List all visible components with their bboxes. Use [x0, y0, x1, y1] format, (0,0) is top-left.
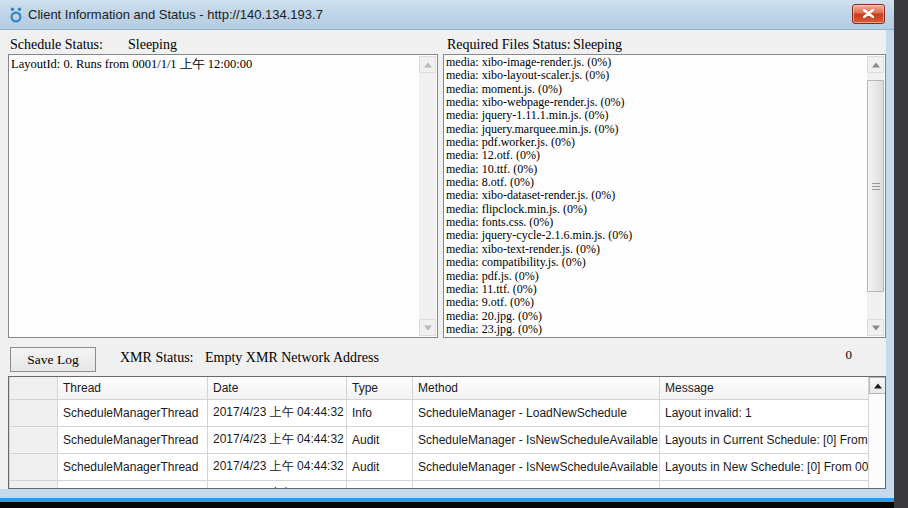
- log-table: ThreadDateTypeMethodMessage ScheduleMana…: [9, 377, 869, 489]
- close-button[interactable]: [852, 4, 885, 24]
- screen: Client Information and Status - http://1…: [0, 0, 908, 508]
- close-icon: [863, 9, 874, 18]
- row-selector-cell[interactable]: [10, 399, 58, 426]
- table-cell: Layouts in Current Schedule: [0] From 0: [660, 426, 869, 453]
- window-title: Client Information and Status - http://1…: [28, 7, 323, 22]
- media-line: media: xibo-image-render.js. (0%): [446, 56, 867, 69]
- window-border-right: [886, 30, 894, 502]
- table-cell: Info: [347, 399, 413, 426]
- xmr-status-label: XMR Status:: [120, 350, 194, 366]
- xibo-logo-icon: [7, 6, 25, 24]
- table-cell: 2017/4/23 上午 04:44:38: [208, 480, 347, 489]
- log-table-body: ScheduleManagerThread2017/4/23 上午 04:44:…: [10, 399, 869, 489]
- media-line: media: jquery.marquee.min.js. (0%): [446, 123, 867, 136]
- media-line: media: jquery-cycle-2.1.6.min.js. (0%): [446, 229, 867, 242]
- table-cell: Layout invalid: 1: [660, 399, 869, 426]
- table-row[interactable]: UI Thread2017/4/23 上午 04:44:38AuditMainF…: [10, 480, 869, 489]
- media-line: media: 8.otf. (0%): [446, 176, 867, 189]
- table-cell: ScheduleManagerThread: [58, 399, 208, 426]
- media-line: media: xibo-webpage-render.js. (0%): [446, 96, 867, 109]
- table-cell: Layouts in New Schedule: [0] From 000: [660, 453, 869, 480]
- column-header-method[interactable]: Method: [413, 377, 660, 399]
- arrow-up-icon: [424, 62, 432, 67]
- table-cell: Audit: [347, 426, 413, 453]
- column-header-type[interactable]: Type: [347, 377, 413, 399]
- save-log-button[interactable]: Save Log: [10, 347, 96, 372]
- table-cell: MainForm - ScheduleChangeEvent: [413, 480, 660, 489]
- table-row[interactable]: ScheduleManagerThread2017/4/23 上午 04:44:…: [10, 426, 869, 453]
- table-cell: 2017/4/23 上午 04:44:32: [208, 399, 347, 426]
- log-counter: 0: [846, 347, 853, 363]
- media-line: media: 12.otf. (0%): [446, 149, 867, 162]
- media-line: media: 11.ttf. (0%): [446, 283, 867, 296]
- media-line: media: xibo-dataset-render.js. (0%): [446, 189, 867, 202]
- desktop-background: [894, 0, 908, 508]
- table-cell: Schedule Changing to: [660, 480, 869, 489]
- xmr-status-value: Empty XMR Network Address: [205, 350, 379, 366]
- table-row[interactable]: ScheduleManagerThread2017/4/23 上午 04:44:…: [10, 399, 869, 426]
- required-files-status-label: Required Files Status:: [447, 37, 571, 53]
- media-line: media: xibo-text-render.js. (0%): [446, 243, 867, 256]
- column-header-thread[interactable]: Thread: [58, 377, 208, 399]
- arrow-up-icon: [872, 62, 880, 67]
- media-line: media: flipclock.min.js. (0%): [446, 203, 867, 216]
- table-cell: Audit: [347, 480, 413, 489]
- media-line: media: fonts.css. (0%): [446, 216, 867, 229]
- media-line: media: 23.jpg. (0%): [446, 323, 867, 336]
- schedule-panel-scrollbar[interactable]: [419, 56, 436, 336]
- arrow-down-icon: [872, 325, 880, 330]
- log-grid[interactable]: ThreadDateTypeMethodMessage ScheduleMana…: [8, 376, 886, 489]
- scroll-down-button[interactable]: [867, 319, 884, 336]
- log-table-scrollbar[interactable]: [868, 377, 885, 489]
- titlebar[interactable]: Client Information and Status - http://1…: [0, 0, 894, 30]
- scroll-down-button[interactable]: [419, 319, 436, 336]
- column-header-message[interactable]: Message: [660, 377, 869, 399]
- thumb-grip-icon: [872, 186, 880, 187]
- media-list: media: xibo-image-render.js. (0%)media: …: [446, 56, 867, 336]
- table-row[interactable]: ScheduleManagerThread2017/4/23 上午 04:44:…: [10, 453, 869, 480]
- table-cell: 2017/4/23 上午 04:44:32: [208, 426, 347, 453]
- media-line: media: compatibility.js. (0%): [446, 256, 867, 269]
- scroll-up-button[interactable]: [867, 56, 884, 73]
- arrow-down-icon: [424, 325, 432, 330]
- arrow-up-icon: [874, 383, 882, 388]
- required-files-status-value: Sleeping: [573, 37, 622, 53]
- scroll-up-button[interactable]: [869, 377, 886, 394]
- table-cell: ScheduleManager - IsNewScheduleAvailable: [413, 426, 660, 453]
- media-line: media: pdf.js. (0%): [446, 270, 867, 283]
- scrollbar-thumb[interactable]: [867, 80, 884, 292]
- scroll-up-button[interactable]: [419, 56, 436, 73]
- schedule-status-label: Schedule Status:: [10, 37, 103, 53]
- files-panel-scrollbar[interactable]: [867, 56, 884, 336]
- row-selector-cell[interactable]: [10, 426, 58, 453]
- client-info-window: Client Information and Status - http://1…: [0, 0, 894, 502]
- window-border-glow: [0, 498, 894, 502]
- table-cell: ScheduleManager - LoadNewSchedule: [413, 399, 660, 426]
- media-line: media: 20.jpg. (0%): [446, 310, 867, 323]
- table-cell: ScheduleManager - IsNewScheduleAvailable: [413, 453, 660, 480]
- schedule-status-text: LayoutId: 0. Runs from 0001/1/1 上午 12:00…: [11, 56, 419, 336]
- media-line: media: xibo-layout-scaler.js. (0%): [446, 69, 867, 82]
- schedule-status-value: Sleeping: [128, 37, 177, 53]
- log-table-header[interactable]: ThreadDateTypeMethodMessage: [10, 377, 869, 399]
- table-cell: ScheduleManagerThread: [58, 426, 208, 453]
- required-files-panel[interactable]: media: xibo-image-render.js. (0%)media: …: [443, 54, 886, 338]
- media-line: media: moment.js. (0%): [446, 83, 867, 96]
- table-cell: Audit: [347, 453, 413, 480]
- row-selector-cell[interactable]: [10, 453, 58, 480]
- table-cell: UI Thread: [58, 480, 208, 489]
- column-header-date[interactable]: Date: [208, 377, 347, 399]
- table-cell: 2017/4/23 上午 04:44:32: [208, 453, 347, 480]
- row-selector-header: [10, 377, 58, 399]
- schedule-status-panel[interactable]: LayoutId: 0. Runs from 0001/1/1 上午 12:00…: [8, 54, 438, 338]
- media-line: media: 9.otf. (0%): [446, 296, 867, 309]
- media-line: media: pdf.worker.js. (0%): [446, 136, 867, 149]
- table-cell: ScheduleManagerThread: [58, 453, 208, 480]
- media-line: media: jquery-1.11.1.min.js. (0%): [446, 109, 867, 122]
- row-selector-cell[interactable]: [10, 480, 58, 489]
- media-line: media: 10.ttf. (0%): [446, 163, 867, 176]
